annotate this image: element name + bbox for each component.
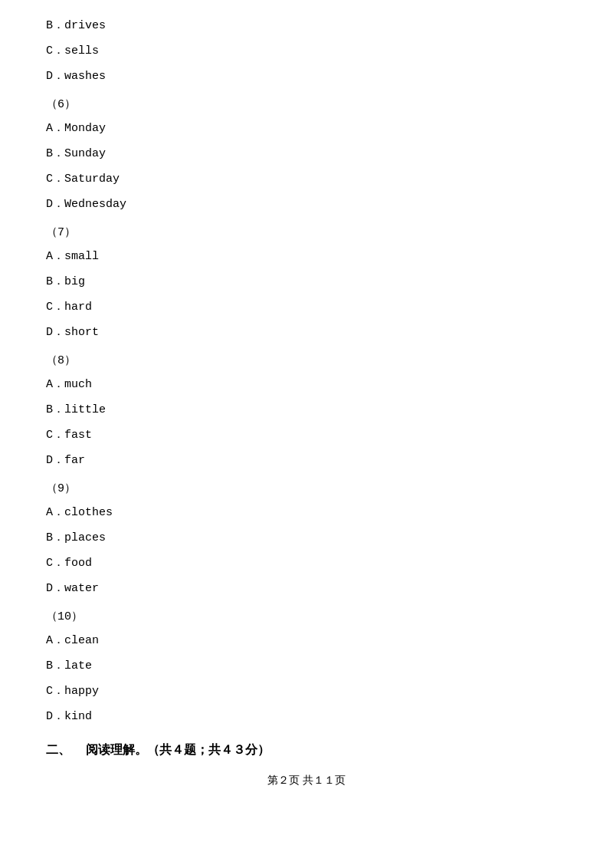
question-group-6: （6） A．Monday B．Sunday C．Saturday D．Wedne… — [46, 94, 567, 215]
option-10d: D．kind — [46, 706, 567, 727]
option-9b: B．places — [46, 528, 567, 548]
option-6c: C．Saturday — [46, 169, 567, 189]
option-9c: C．food — [46, 553, 567, 574]
section-label: 二、 — [46, 743, 70, 756]
option-8b: B．little — [46, 399, 567, 420]
question-group-7: （7） A．small B．big C．hard D．short — [46, 222, 567, 343]
option-10c: C．happy — [46, 681, 567, 702]
option-5c: C．sells — [46, 41, 567, 61]
question-number-9: （9） — [46, 478, 567, 499]
page-footer: 第２页 共１１页 — [46, 774, 567, 787]
option-8d: D．far — [46, 450, 567, 471]
question-group-5: B．drives C．sells D．washes — [46, 15, 567, 87]
option-5b: B．drives — [46, 15, 567, 36]
question-group-8: （8） A．much B．little C．fast D．far — [46, 350, 567, 471]
question-group-9: （9） A．clothes B．places C．food D．water — [46, 478, 567, 599]
question-group-10: （10） A．clean B．late C．happy D．kind — [46, 607, 567, 727]
option-7b: B．big — [46, 271, 567, 292]
section-title: 阅读理解。（共４题；共４３分） — [74, 743, 270, 756]
option-9a: A．clothes — [46, 502, 567, 523]
option-7a: A．small — [46, 246, 567, 267]
option-10b: B．late — [46, 656, 567, 676]
section-header: 二、 阅读理解。（共４题；共４３分） — [46, 739, 567, 761]
option-9d: D．water — [46, 578, 567, 599]
question-number-7: （7） — [46, 222, 567, 243]
option-6a: A．Monday — [46, 118, 567, 139]
question-number-8: （8） — [46, 350, 567, 371]
option-6b: B．Sunday — [46, 143, 567, 164]
question-number-6: （6） — [46, 94, 567, 115]
option-10a: A．clean — [46, 630, 567, 651]
option-6d: D．Wednesday — [46, 194, 567, 215]
option-8a: A．much — [46, 374, 567, 395]
option-7c: C．hard — [46, 297, 567, 317]
option-7d: D．short — [46, 322, 567, 343]
option-8c: C．fast — [46, 425, 567, 446]
option-5d: D．washes — [46, 66, 567, 87]
question-number-10: （10） — [46, 607, 567, 627]
